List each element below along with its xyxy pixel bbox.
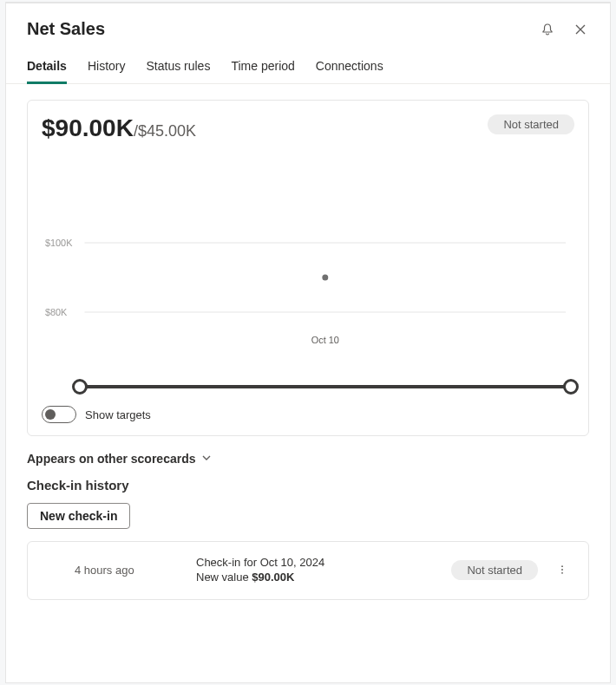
- bell-icon[interactable]: [539, 21, 556, 38]
- checkin-value-prefix: New value: [196, 571, 252, 584]
- checkin-status-badge: Not started: [451, 560, 538, 580]
- svg-point-4: [561, 572, 563, 574]
- svg-point-2: [561, 565, 563, 567]
- checkin-entry: 4 hours ago Check-in for Oct 10, 2024 Ne…: [27, 541, 589, 600]
- checkin-title: Check-in for Oct 10, 2024: [196, 556, 437, 569]
- close-icon[interactable]: [572, 21, 589, 38]
- panel-header: Net Sales: [6, 3, 610, 39]
- trend-chart: $100K $80K Oct 10: [42, 147, 574, 397]
- chart-point: [322, 275, 328, 281]
- other-scorecards-label: Appears on other scorecards: [27, 452, 196, 466]
- tab-time-period[interactable]: Time period: [231, 52, 294, 84]
- y-tick-80k: $80K: [45, 307, 68, 317]
- other-scorecards-expander[interactable]: Appears on other scorecards: [27, 452, 589, 466]
- checkin-details: Check-in for Oct 10, 2024 New value $90.…: [196, 556, 437, 584]
- tab-status-rules[interactable]: Status rules: [146, 52, 210, 84]
- status-badge: Not started: [488, 114, 574, 134]
- details-panel: Net Sales Details History Status rules T…: [5, 2, 611, 683]
- chevron-down-icon: [201, 452, 212, 466]
- checkin-section-title: Check-in history: [27, 478, 589, 493]
- checkin-time: 4 hours ago: [43, 564, 182, 577]
- page-title: Net Sales: [27, 19, 105, 39]
- target-value: /$45.00K: [134, 122, 196, 140]
- tab-details[interactable]: Details: [27, 52, 67, 84]
- slider-handle-start[interactable]: [72, 379, 88, 395]
- svg-point-3: [561, 569, 563, 571]
- current-value: $90.00K: [42, 114, 134, 141]
- new-checkin-button[interactable]: New check-in: [27, 503, 130, 529]
- checkin-value: $90.00K: [252, 571, 294, 584]
- panel-content: $90.00K/$45.00K Not started $100K $80K O…: [6, 84, 610, 621]
- show-targets-toggle[interactable]: [42, 406, 76, 423]
- summary-card: $90.00K/$45.00K Not started $100K $80K O…: [27, 100, 589, 436]
- value-display: $90.00K/$45.00K: [42, 114, 196, 142]
- time-range-slider[interactable]: [80, 376, 571, 397]
- tab-bar: Details History Status rules Time period…: [6, 51, 610, 84]
- tab-history[interactable]: History: [88, 52, 126, 84]
- more-icon[interactable]: [552, 559, 573, 580]
- slider-handle-end[interactable]: [563, 379, 579, 395]
- x-tick-oct10: Oct 10: [311, 335, 339, 345]
- header-actions: [539, 21, 589, 38]
- tab-connections[interactable]: Connections: [316, 52, 383, 84]
- y-tick-100k: $100K: [45, 238, 73, 248]
- show-targets-label: Show targets: [85, 408, 151, 421]
